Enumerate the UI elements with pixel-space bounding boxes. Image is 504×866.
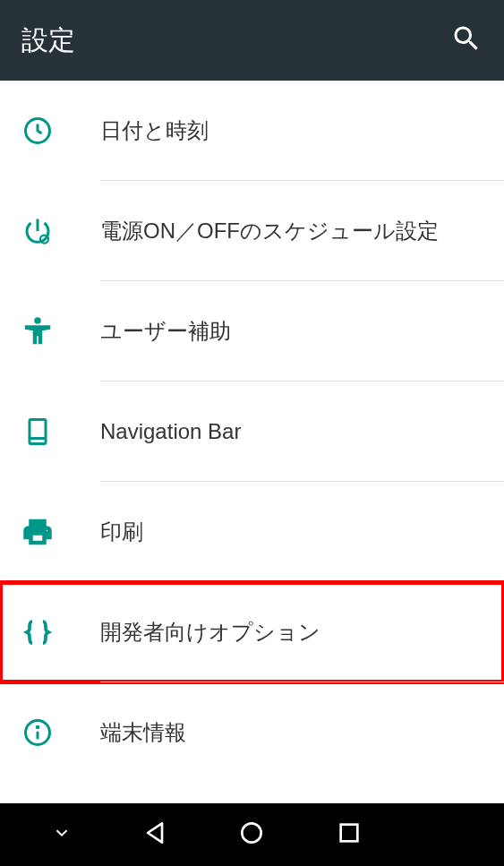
- settings-item-label: 開発者向けオプション: [100, 618, 320, 647]
- appbar: 設定: [0, 0, 504, 81]
- search-icon[interactable]: [450, 22, 483, 58]
- settings-screen: 設定 日付と時刻 電源ON／OFFのスケジュール設定 ユーザー補助: [0, 0, 504, 866]
- settings-item-label: 日付と時刻: [100, 116, 209, 145]
- settings-item-about[interactable]: 端末情報: [0, 682, 504, 783]
- svg-rect-9: [341, 825, 358, 842]
- svg-point-8: [243, 823, 261, 842]
- settings-item-navbar[interactable]: Navigation Bar: [0, 382, 504, 482]
- info-icon: [21, 716, 100, 749]
- settings-item-label: Navigation Bar: [100, 419, 241, 444]
- clock-icon: [21, 115, 100, 147]
- settings-item-label: 印刷: [100, 518, 143, 546]
- accessibility-icon: [21, 315, 100, 347]
- settings-item-power-schedule[interactable]: 電源ON／OFFのスケジュール設定: [0, 181, 504, 281]
- settings-item-label: ユーザー補助: [100, 317, 231, 346]
- settings-item-label: 電源ON／OFFのスケジュール設定: [100, 217, 439, 245]
- home-button[interactable]: [237, 819, 266, 851]
- settings-item-label: 端末情報: [100, 718, 186, 747]
- tablet-icon: [21, 416, 100, 448]
- settings-list: 日付と時刻 電源ON／OFFのスケジュール設定 ユーザー補助 Navigatio…: [0, 81, 504, 803]
- navigation-bar: [0, 803, 504, 866]
- recents-button[interactable]: [335, 819, 363, 851]
- braces-icon: [21, 616, 100, 648]
- settings-item-datetime[interactable]: 日付と時刻: [0, 81, 504, 181]
- chevron-down-icon[interactable]: [52, 823, 72, 846]
- svg-point-2: [35, 318, 40, 323]
- back-button[interactable]: [141, 819, 169, 851]
- power-schedule-icon: [21, 215, 100, 247]
- printer-icon: [21, 516, 100, 548]
- settings-item-accessibility[interactable]: ユーザー補助: [0, 281, 504, 382]
- settings-item-print[interactable]: 印刷: [0, 482, 504, 582]
- settings-item-developer-options[interactable]: 開発者向けオプション: [0, 582, 504, 682]
- svg-rect-3: [30, 420, 46, 444]
- page-title: 設定: [21, 22, 450, 59]
